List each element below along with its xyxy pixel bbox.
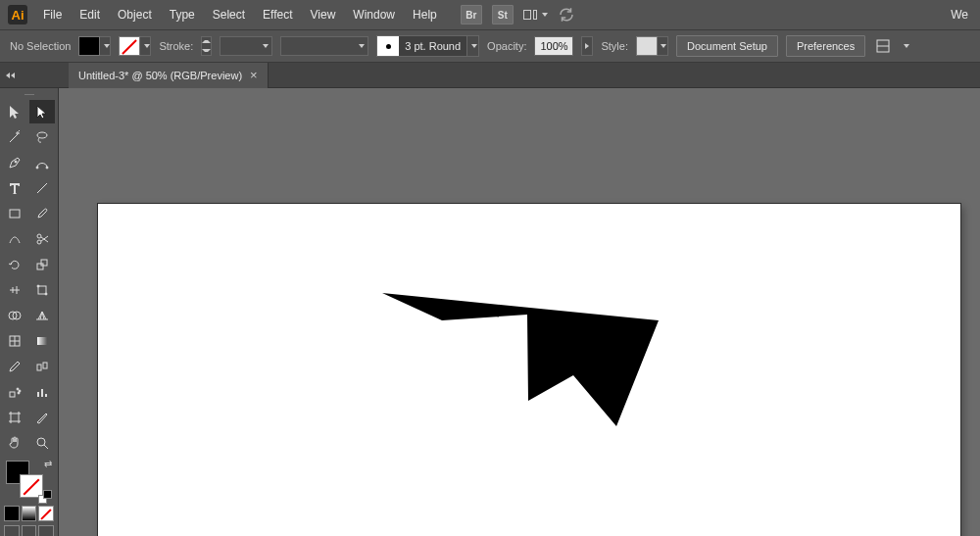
stock-icon[interactable]: St xyxy=(492,5,514,24)
svg-marker-31 xyxy=(382,293,659,426)
scale-tool[interactable] xyxy=(29,253,55,276)
mesh-tool[interactable] xyxy=(2,329,27,353)
svg-rect-7 xyxy=(10,210,20,218)
opacity-dropdown[interactable] xyxy=(581,36,593,56)
app-icon: Ai xyxy=(8,5,27,24)
brush-definition[interactable]: 3 pt. Round xyxy=(376,35,479,57)
svg-rect-19 xyxy=(37,365,41,370)
artboard-tool[interactable] xyxy=(2,406,27,429)
none-mode-button[interactable] xyxy=(38,506,54,521)
scissors-tool[interactable] xyxy=(29,227,55,251)
fill-swatch[interactable] xyxy=(78,36,100,56)
stroke-label: Stroke: xyxy=(159,40,193,52)
graphic-style-swatch[interactable] xyxy=(636,36,658,56)
gradient-mode-button[interactable] xyxy=(22,506,37,521)
paintbrush-tool[interactable] xyxy=(29,202,55,225)
pen-tool[interactable] xyxy=(2,151,27,174)
menu-help[interactable]: Help xyxy=(405,4,445,25)
menu-window[interactable]: Window xyxy=(345,4,403,25)
shape-builder-tool[interactable] xyxy=(2,304,27,327)
variable-width-profile[interactable] xyxy=(280,36,368,56)
fill-stroke-selector[interactable]: ⇄ xyxy=(0,457,58,504)
menu-effect[interactable]: Effect xyxy=(255,4,300,25)
draw-normal-button[interactable] xyxy=(4,525,20,536)
curvature-tool[interactable] xyxy=(29,151,55,174)
svg-point-22 xyxy=(17,388,19,390)
collapse-panel-toggle[interactable] xyxy=(0,63,69,88)
svg-rect-21 xyxy=(10,392,15,397)
menu-object[interactable]: Object xyxy=(110,4,160,25)
gradient-tool[interactable] xyxy=(29,329,55,353)
free-transform-tool[interactable] xyxy=(29,278,55,302)
stroke-swatch[interactable] xyxy=(119,36,140,56)
svg-rect-25 xyxy=(37,392,39,397)
svg-rect-26 xyxy=(41,389,43,397)
canvas-area[interactable] xyxy=(59,88,980,536)
shaper-tool[interactable] xyxy=(2,227,27,251)
menu-edit[interactable]: Edit xyxy=(72,4,108,25)
stroke-weight-stepper[interactable] xyxy=(201,36,212,56)
arrange-documents[interactable] xyxy=(523,10,548,20)
align-chevron-icon[interactable] xyxy=(904,44,909,48)
draw-inside-button[interactable] xyxy=(38,525,54,536)
preferences-button[interactable]: Preferences xyxy=(786,35,865,57)
lasso-tool[interactable] xyxy=(29,125,55,149)
swap-fill-stroke-icon[interactable]: ⇄ xyxy=(44,459,52,469)
brush-preview-icon xyxy=(377,36,399,56)
tools-panel: ⇄ xyxy=(0,88,59,536)
line-segment-tool[interactable] xyxy=(29,176,55,200)
stroke-dropdown[interactable] xyxy=(140,36,151,56)
document-setup-button[interactable]: Document Setup xyxy=(676,35,778,57)
document-tab[interactable]: Untitled-3* @ 50% (RGB/Preview) × xyxy=(69,63,269,88)
opacity-input[interactable]: 100% xyxy=(534,36,573,56)
bridge-icon[interactable]: Br xyxy=(461,5,482,24)
brush-dropdown[interactable] xyxy=(466,36,478,56)
svg-point-5 xyxy=(46,167,48,169)
svg-rect-28 xyxy=(11,414,19,421)
menu-select[interactable]: Select xyxy=(205,4,253,25)
svg-point-2 xyxy=(37,132,47,138)
symbol-sprayer-tool[interactable] xyxy=(2,380,27,404)
perspective-grid-tool[interactable] xyxy=(29,304,55,327)
workspace-switcher[interactable]: We xyxy=(951,8,972,22)
artwork-shape[interactable] xyxy=(382,293,666,430)
menu-type[interactable]: Type xyxy=(162,4,203,25)
width-tool[interactable] xyxy=(2,278,27,302)
type-tool[interactable] xyxy=(2,176,27,200)
style-label: Style: xyxy=(601,40,628,52)
svg-point-9 xyxy=(37,240,41,244)
hand-tool[interactable] xyxy=(2,431,27,455)
direct-selection-tool[interactable] xyxy=(29,100,55,123)
svg-point-3 xyxy=(15,161,17,163)
default-fill-stroke-icon-2[interactable] xyxy=(43,490,52,499)
blend-tool[interactable] xyxy=(29,355,55,378)
color-mode-button[interactable] xyxy=(4,506,20,521)
rectangle-tool[interactable] xyxy=(2,202,27,225)
slice-tool[interactable] xyxy=(29,406,55,429)
draw-behind-button[interactable] xyxy=(22,525,37,536)
panel-grip[interactable] xyxy=(0,90,58,98)
svg-point-8 xyxy=(37,234,41,238)
document-tab-bar: Untitled-3* @ 50% (RGB/Preview) × xyxy=(0,63,980,88)
graphic-style-dropdown[interactable] xyxy=(658,36,668,56)
align-to-dropdown[interactable] xyxy=(873,36,893,56)
control-bar: No Selection Stroke: 3 pt. Round Opacity… xyxy=(0,29,980,63)
svg-rect-12 xyxy=(38,286,46,294)
sync-settings-icon[interactable] xyxy=(558,6,575,24)
selection-indicator: No Selection xyxy=(10,40,71,52)
magic-wand-tool[interactable] xyxy=(2,125,27,149)
close-tab-button[interactable]: × xyxy=(250,68,258,82)
svg-rect-27 xyxy=(45,394,47,397)
menu-view[interactable]: View xyxy=(303,4,344,25)
column-graph-tool[interactable] xyxy=(29,380,55,404)
selection-tool[interactable] xyxy=(2,100,27,123)
svg-point-24 xyxy=(18,392,20,394)
svg-rect-20 xyxy=(43,363,47,368)
stroke-weight-dropdown[interactable] xyxy=(220,36,272,56)
zoom-tool[interactable] xyxy=(29,431,55,455)
eyedropper-tool[interactable] xyxy=(2,355,27,378)
menu-file[interactable]: File xyxy=(35,4,70,25)
svg-point-29 xyxy=(37,438,45,446)
fill-dropdown[interactable] xyxy=(100,36,111,56)
rotate-tool[interactable] xyxy=(2,253,27,276)
